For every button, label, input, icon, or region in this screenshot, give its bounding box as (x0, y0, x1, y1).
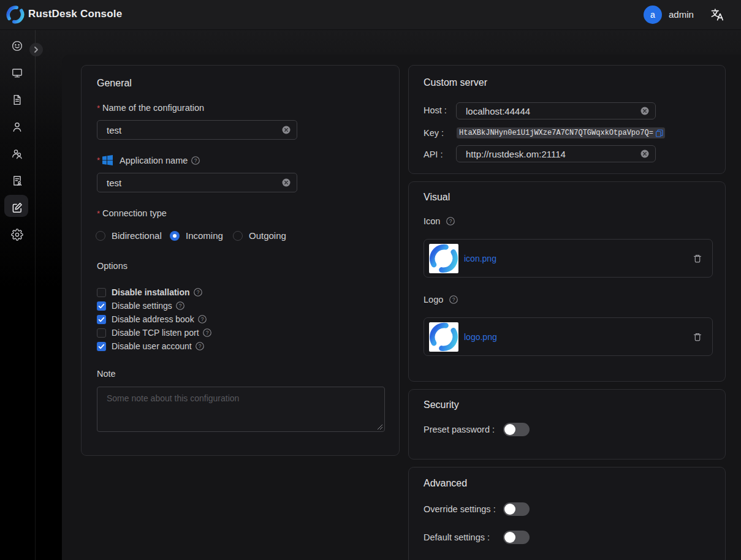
svg-text:?: ? (200, 316, 203, 322)
svg-text:?: ? (449, 218, 452, 224)
svg-text:?: ? (205, 330, 208, 336)
svg-text:?: ? (194, 157, 197, 164)
svg-text:?: ? (178, 303, 181, 309)
svg-text:?: ? (452, 297, 455, 303)
svg-text:?: ? (198, 343, 201, 349)
svg-text:?: ? (196, 289, 199, 295)
